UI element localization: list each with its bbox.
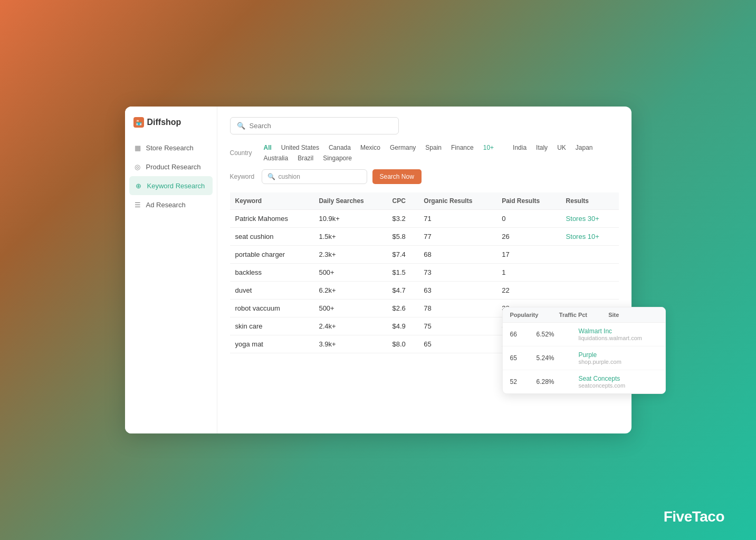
cell-daily-searches: 6.2k+	[313, 282, 387, 300]
country-label: Country	[230, 149, 256, 157]
tooltip-site-domain: liquidations.walmart.com	[579, 335, 658, 341]
cell-organic: 65	[418, 335, 496, 353]
country-list: All United States Canada Mexico Germany …	[264, 144, 619, 162]
country-japan[interactable]: Japan	[576, 144, 593, 151]
country-all[interactable]: All	[264, 144, 272, 151]
col-organic: Organic Results	[418, 192, 496, 210]
tooltip-popularity: 65	[510, 354, 531, 362]
country-finance[interactable]: Finance	[451, 144, 474, 151]
sidebar-item-ad-research[interactable]: ☰ Ad Research	[125, 195, 217, 214]
cell-daily-searches: 3.9k+	[313, 335, 387, 353]
tooltip-col-traffic: Traffic Pct	[559, 312, 608, 318]
cell-keyword: skin care	[230, 317, 314, 335]
country-canada[interactable]: Canada	[329, 144, 351, 151]
sidebar-item-store-research[interactable]: ▦ Store Research	[125, 138, 217, 157]
keyword-research-icon: ⊕	[135, 181, 143, 190]
tooltip-row: 65 5.24% Purple shop.purple.com	[503, 346, 665, 370]
cell-cpc: $7.4	[387, 246, 418, 264]
sidebar-item-label: Ad Research	[146, 201, 186, 209]
tooltip-site-name[interactable]: Purple	[579, 351, 658, 359]
cell-cpc: $1.5	[387, 264, 418, 282]
cell-cpc: $8.0	[387, 335, 418, 353]
cell-organic: 68	[418, 246, 496, 264]
cell-daily-searches: 2.4k+	[313, 317, 387, 335]
tooltip-site-name[interactable]: Walmart Inc	[579, 327, 658, 335]
tooltip-site: Walmart Inc liquidations.walmart.com	[573, 327, 658, 341]
cell-results[interactable]: Stores 10+	[561, 228, 619, 246]
sidebar-item-label: Store Research	[146, 144, 194, 152]
cell-results	[561, 282, 619, 300]
app-logo: 🏪 Diffshop	[125, 117, 217, 138]
ad-research-icon: ☰	[133, 200, 142, 209]
keyword-input[interactable]	[279, 173, 361, 180]
search-input[interactable]	[250, 122, 392, 130]
country-singapore[interactable]: Singapore	[323, 155, 352, 162]
cell-daily-searches: 2.3k+	[313, 246, 387, 264]
search-bar[interactable]: 🔍	[230, 117, 399, 134]
cell-results[interactable]: Stores 30+	[561, 210, 619, 228]
store-research-icon: ▦	[133, 143, 142, 152]
tooltip-site-domain: seatconcepts.com	[579, 382, 658, 389]
tooltip-site-domain: shop.purple.com	[579, 359, 658, 365]
main-content: 🔍 Country All United States Canada Mexic…	[217, 107, 631, 433]
sidebar-item-keyword-research[interactable]: ⊕ Keyword Research	[129, 176, 213, 195]
table-row: portable charger 2.3k+ $7.4 68 17	[230, 246, 619, 264]
cell-paid: 0	[496, 210, 560, 228]
col-cpc: CPC	[387, 192, 418, 210]
cell-organic: 77	[418, 228, 496, 246]
cell-organic: 71	[418, 210, 496, 228]
country-germany[interactable]: Germany	[390, 144, 416, 151]
table-row: Patrick Mahomes 10.9k+ $3.2 71 0 Stores …	[230, 210, 619, 228]
watermark: FiveTaco	[664, 508, 724, 525]
country-italy[interactable]: Italy	[536, 144, 548, 151]
cell-organic: 73	[418, 264, 496, 282]
cell-keyword: portable charger	[230, 246, 314, 264]
stores-link[interactable]: Stores 10+	[566, 233, 599, 240]
cell-daily-searches: 500+	[313, 264, 387, 282]
country-more[interactable]: 10+	[483, 144, 494, 151]
cell-keyword: robot vaccuum	[230, 300, 314, 317]
cell-keyword: Patrick Mahomes	[230, 210, 314, 228]
tooltip-col-site: Site	[608, 312, 657, 318]
tooltip-row: 52 6.28% Seat Concepts seatconcepts.com	[503, 370, 665, 393]
logo-text: Diffshop	[147, 118, 181, 127]
tooltip-site-name[interactable]: Seat Concepts	[579, 375, 658, 382]
cell-cpc: $5.8	[387, 228, 418, 246]
sidebar-item-product-research[interactable]: ◎ Product Research	[125, 157, 217, 176]
cell-organic: 75	[418, 317, 496, 335]
col-paid: Paid Results	[496, 192, 560, 210]
search-icon: 🔍	[237, 122, 245, 130]
app-container: 🏪 Diffshop ▦ Store Research ◎ Product Re…	[125, 107, 631, 433]
cell-paid: 26	[496, 228, 560, 246]
cell-keyword: seat cushion	[230, 228, 314, 246]
tooltip-header: Popularity Traffic Pct Site	[503, 307, 665, 323]
cell-keyword: backless	[230, 264, 314, 282]
watermark-taco: Taco	[692, 508, 724, 525]
cell-paid: 1	[496, 264, 560, 282]
cell-organic: 78	[418, 300, 496, 317]
col-daily-searches: Daily Searches	[313, 192, 387, 210]
keyword-search-icon: 🔍	[267, 173, 275, 180]
tooltip-traffic: 6.52%	[531, 331, 573, 338]
col-keyword: Keyword	[230, 192, 314, 210]
keyword-row: Keyword 🔍 Search Now	[230, 169, 619, 184]
tooltip-site: Seat Concepts seatconcepts.com	[573, 375, 658, 389]
search-now-button[interactable]: Search Now	[372, 169, 422, 184]
tooltip-popup: Popularity Traffic Pct Site 66 6.52% Wal…	[502, 307, 666, 394]
country-mexico[interactable]: Mexico	[360, 144, 380, 151]
table-row: backless 500+ $1.5 73 1	[230, 264, 619, 282]
cell-paid: 22	[496, 282, 560, 300]
stores-link[interactable]: Stores 30+	[566, 215, 599, 223]
country-uk[interactable]: UK	[557, 144, 566, 151]
country-australia[interactable]: Australia	[264, 155, 289, 162]
tooltip-col-popularity: Popularity	[510, 312, 559, 318]
cell-cpc: $4.7	[387, 282, 418, 300]
cell-cpc: $3.2	[387, 210, 418, 228]
keyword-label: Keyword	[230, 173, 256, 180]
keyword-input-wrap[interactable]: 🔍	[262, 169, 367, 184]
country-us[interactable]: United States	[281, 144, 319, 151]
country-brazil[interactable]: Brazil	[298, 155, 313, 162]
country-spain[interactable]: Spain	[425, 144, 442, 151]
tooltip-popularity: 66	[510, 331, 531, 338]
country-india[interactable]: India	[513, 144, 527, 151]
